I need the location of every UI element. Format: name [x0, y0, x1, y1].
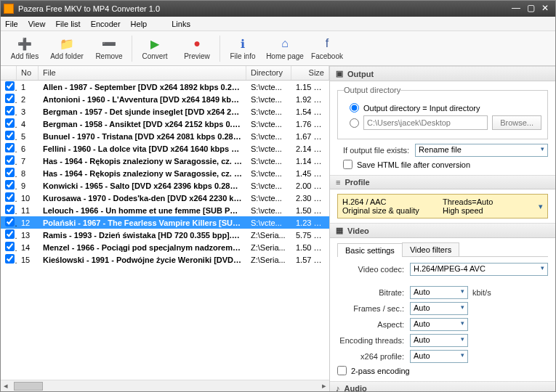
- table-row[interactable]: 12Polański - 1967 - The Fearless Vampire…: [1, 216, 329, 229]
- app-icon: [4, 4, 14, 14]
- add-files-button[interactable]: ➕Add files: [4, 32, 46, 65]
- row-filename: Antonioni - 1960 - L'Avventura [DVD x264…: [39, 95, 246, 104]
- profile-select[interactable]: H.264 / AACOriginal size & quality Threa…: [337, 194, 548, 219]
- row-size: 1.92 GB: [291, 95, 329, 104]
- scroll-right-icon[interactable]: ▸: [319, 381, 329, 391]
- row-checkbox[interactable]: [5, 242, 15, 251]
- col-file[interactable]: File: [39, 66, 246, 80]
- table-row[interactable]: 1Allen - 1987 - September [DVD x264 1892…: [1, 81, 329, 93]
- scroll-thumb[interactable]: [14, 382, 43, 391]
- maximize-button[interactable]: ▢: [523, 3, 538, 15]
- twopass-checkbox[interactable]: [337, 366, 347, 375]
- output-header[interactable]: ▣Output: [330, 66, 555, 81]
- menu-view[interactable]: View: [28, 20, 46, 28]
- table-row[interactable]: 2Antonioni - 1960 - L'Avventura [DVD x26…: [1, 93, 329, 105]
- menu-file[interactable]: File: [5, 20, 18, 28]
- audio-header[interactable]: ♪Audio: [330, 381, 555, 391]
- menu-links[interactable]: Links: [172, 20, 190, 28]
- row-no: 2: [17, 95, 39, 104]
- row-checkbox[interactable]: [5, 143, 15, 152]
- profile-header[interactable]: ≡Profile: [330, 175, 555, 189]
- horizontal-scrollbar[interactable]: ◂ ▸: [1, 380, 329, 391]
- preview-button[interactable]: ●Preview: [176, 32, 218, 65]
- bitrate-select[interactable]: Auto: [410, 286, 468, 299]
- save-html-checkbox[interactable]: [343, 160, 352, 169]
- table-row[interactable]: 9Konwicki - 1965 - Salto [DVD x264 2396 …: [1, 179, 329, 192]
- row-checkbox[interactable]: [5, 205, 15, 214]
- col-size[interactable]: Size: [291, 66, 329, 80]
- add-folder-button[interactable]: 📁Add folder: [46, 32, 88, 65]
- row-no: 3: [17, 107, 39, 116]
- menu-file-list[interactable]: File list: [55, 20, 80, 28]
- outdir-same-radio[interactable]: [350, 103, 359, 113]
- tab-video-filters[interactable]: Video filters: [402, 242, 459, 256]
- file-info-button[interactable]: ℹFile info: [222, 32, 264, 65]
- table-row[interactable]: 5Bunuel - 1970 - Tristana [DVD x264 2081…: [1, 130, 329, 142]
- col-check[interactable]: [1, 66, 17, 80]
- row-checkbox[interactable]: [5, 168, 15, 177]
- table-row[interactable]: 3Bergman - 1957 - Det sjunde inseglet [D…: [1, 105, 329, 118]
- row-filename: Has - 1964 - Rękopis znaleziony w Sarago…: [39, 157, 246, 166]
- tab-basic-settings[interactable]: Basic settings: [337, 243, 403, 257]
- table-row[interactable]: 6Fellini - 1960 - La dolce vita [DVD x26…: [1, 142, 329, 155]
- col-directory[interactable]: Directory: [246, 66, 291, 80]
- remove-button[interactable]: ➖Remove: [88, 32, 130, 65]
- table-row[interactable]: 14Menzel - 1966 - Pociągi pod specjalnym…: [1, 241, 329, 253]
- table-row[interactable]: 13Ramis - 1993 - Dzień świstaka [HD 720 …: [1, 229, 329, 241]
- row-checkbox[interactable]: [5, 81, 15, 91]
- row-no: 14: [17, 243, 39, 252]
- col-no[interactable]: No: [17, 66, 39, 80]
- browse-button[interactable]: Browse...: [492, 115, 541, 130]
- aspect-select[interactable]: Auto: [410, 318, 468, 331]
- row-checkbox[interactable]: [5, 131, 15, 140]
- film-icon: ▦: [336, 226, 343, 235]
- outdir-path-input[interactable]: [363, 115, 488, 130]
- window-title: Pazera Free MKV to MP4 Converter 1.0: [18, 4, 509, 13]
- close-button[interactable]: ✕: [538, 3, 552, 15]
- row-checkbox[interactable]: [5, 118, 15, 128]
- threads-select[interactable]: Auto: [410, 334, 468, 347]
- minimize-button[interactable]: —: [509, 3, 523, 15]
- facebook-button[interactable]: fFacebook: [306, 32, 348, 65]
- table-row[interactable]: 7Has - 1964 - Rękopis znaleziony w Sarag…: [1, 155, 329, 167]
- twopass-label: 2-pass encoding: [351, 367, 410, 375]
- row-size: 1.15 GB: [291, 83, 329, 91]
- row-checkbox[interactable]: [5, 217, 15, 226]
- row-checkbox[interactable]: [5, 180, 15, 189]
- table-row[interactable]: 11Lelouch - 1966 - Un homme et une femme…: [1, 204, 329, 216]
- row-directory: S:\vcte...: [246, 194, 291, 203]
- outdir-custom-radio[interactable]: [350, 118, 359, 128]
- row-size: 1.67 GB: [291, 132, 329, 141]
- convert-button[interactable]: ▶Convert: [134, 32, 176, 65]
- preview-icon: ●: [190, 36, 204, 51]
- row-checkbox[interactable]: [5, 106, 15, 115]
- fps-select[interactable]: Auto: [410, 302, 468, 315]
- row-no: 13: [17, 231, 39, 240]
- save-html-label: Save HTML file after conversion: [357, 160, 470, 169]
- video-header[interactable]: ▦Video: [330, 223, 555, 238]
- row-checkbox[interactable]: [5, 192, 15, 202]
- row-filename: Fellini - 1960 - La dolce vita [DVD x264…: [39, 144, 246, 153]
- menu-help[interactable]: Help: [131, 20, 148, 28]
- row-size: 1.76 GB: [291, 120, 329, 128]
- row-filename: Kurosawa - 1970 - Dodes'ka-den [DVD x264…: [39, 194, 246, 203]
- list-icon: ≡: [336, 178, 340, 187]
- if-exists-label: If output file exists:: [337, 146, 415, 155]
- table-row[interactable]: 10Kurosawa - 1970 - Dodes'ka-den [DVD x2…: [1, 192, 329, 204]
- file-info-icon: ℹ: [235, 36, 250, 51]
- row-checkbox[interactable]: [5, 94, 15, 103]
- bitrate-unit: kbit/s: [472, 288, 491, 297]
- table-row[interactable]: 4Bergman - 1958 - Ansiktet [DVD x264 215…: [1, 118, 329, 130]
- table-row[interactable]: 8Has - 1964 - Rękopis znaleziony w Sarag…: [1, 167, 329, 179]
- row-checkbox[interactable]: [5, 254, 15, 264]
- table-row[interactable]: 15Kieślowski - 1991 - Podwójne życie Wer…: [1, 253, 329, 266]
- menu-encoder[interactable]: Encoder: [91, 20, 121, 28]
- row-checkbox[interactable]: [5, 155, 15, 165]
- scroll-left-icon[interactable]: ◂: [1, 381, 11, 391]
- file-rows: 1Allen - 1987 - September [DVD x264 1892…: [1, 81, 329, 380]
- row-checkbox[interactable]: [5, 229, 15, 239]
- x264-select[interactable]: Auto: [410, 350, 468, 363]
- video-codec-select[interactable]: H.264/MPEG-4 AVC: [410, 263, 548, 276]
- home-page-button[interactable]: ⌂Home page: [264, 32, 306, 65]
- if-exists-select[interactable]: Rename file: [415, 144, 548, 157]
